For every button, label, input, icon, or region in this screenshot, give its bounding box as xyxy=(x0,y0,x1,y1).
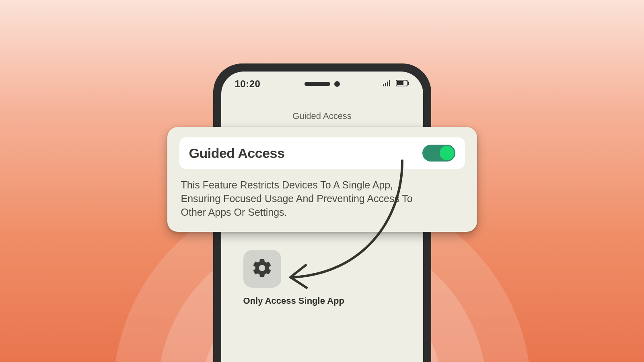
camera-dot xyxy=(334,81,340,87)
notch xyxy=(305,81,340,87)
svg-rect-5 xyxy=(397,81,403,85)
status-time: 10:20 xyxy=(235,78,261,90)
signal-icon xyxy=(383,80,392,88)
illustration-stage: 10:20 xyxy=(0,0,644,362)
single-app-block: Only Access Single App xyxy=(243,250,344,306)
svg-rect-3 xyxy=(389,80,390,86)
svg-rect-1 xyxy=(385,83,386,86)
guided-access-label: Guided Access xyxy=(189,145,285,161)
svg-rect-2 xyxy=(387,82,388,86)
guided-access-toggle[interactable] xyxy=(422,145,455,162)
card-description: This Feature Restricts Devices To A Sing… xyxy=(179,178,429,219)
guided-access-row: Guided Access xyxy=(179,137,465,169)
settings-card: Guided Access This Feature Restricts Dev… xyxy=(167,127,477,232)
gear-icon xyxy=(251,257,273,280)
svg-rect-6 xyxy=(408,82,409,85)
speaker-pill xyxy=(305,82,330,86)
page-title: Guided Access xyxy=(221,111,423,121)
toggle-knob xyxy=(440,146,454,160)
status-icons xyxy=(383,80,409,88)
status-bar: 10:20 xyxy=(221,72,423,96)
svg-rect-0 xyxy=(383,84,384,86)
battery-icon xyxy=(396,80,409,88)
app-label: Only Access Single App xyxy=(243,296,344,306)
app-tile[interactable] xyxy=(243,250,281,288)
